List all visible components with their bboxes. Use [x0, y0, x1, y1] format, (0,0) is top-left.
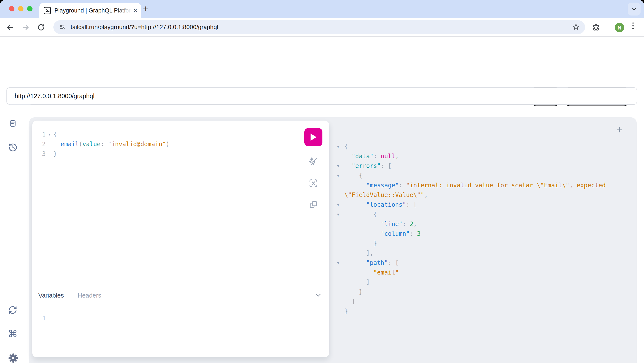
editor-line[interactable]: 2 email(value: "invalid@domain") — [39, 139, 329, 149]
copy-query-icon[interactable] — [308, 200, 318, 211]
prettify-icon[interactable] — [308, 156, 318, 168]
response-line: ], — [344, 248, 628, 258]
response-line: } — [344, 306, 628, 316]
fold-toggle-icon[interactable]: ▼ — [337, 258, 339, 268]
tab-strip: Playground | GraphQL Platform × + — [0, 0, 644, 18]
response-line: "data": null, — [344, 151, 628, 161]
browser-toolbar: tailcall.run/playground/?u=http://127.0.… — [0, 18, 644, 36]
fold-toggle-icon[interactable]: ▼ — [337, 142, 339, 152]
address-bar[interactable]: tailcall.run/playground/?u=http://127.0.… — [54, 20, 585, 34]
browser-window: Playground | GraphQL Platform × + tailca… — [0, 0, 644, 363]
response-line: } — [344, 287, 628, 297]
new-tab-icon[interactable]: + — [143, 4, 148, 14]
line-number: 3 — [39, 149, 46, 159]
tab-variables[interactable]: Variables — [38, 292, 64, 299]
response-line: ▼ "path": [ — [344, 258, 628, 268]
response-line: ] — [344, 277, 628, 287]
terminal-favicon-icon — [44, 7, 51, 14]
site-info-icon[interactable] — [58, 24, 66, 31]
endpoint-url-input[interactable] — [6, 88, 637, 105]
response-line: } — [344, 238, 628, 248]
fold-toggle-icon[interactable]: ▼ — [337, 210, 339, 220]
response-line: ▼ "errors": [ — [344, 161, 628, 171]
browser-tab[interactable]: Playground | GraphQL Platform × — [40, 3, 141, 18]
refresh-button[interactable] — [36, 23, 46, 32]
extensions-icon[interactable] — [592, 23, 600, 32]
traffic-light-minimize[interactable] — [18, 6, 24, 12]
line-number: 2 — [39, 139, 46, 149]
chevron-down-icon — [631, 6, 637, 12]
code-text: } — [54, 149, 57, 159]
response-line: "column": 3 — [344, 229, 628, 238]
url-text: tailcall.run/playground/?u=http://127.0.… — [70, 24, 572, 30]
fold-toggle-icon[interactable]: ▼ — [337, 171, 339, 181]
response-line: ▼ { — [344, 171, 628, 180]
site-header: tailcall Home Docs Blog Star 1109 — [0, 36, 644, 88]
browser-menu-icon[interactable] — [632, 22, 634, 29]
traffic-light-close[interactable] — [9, 6, 14, 12]
variables-section: Variables Headers 1 — [32, 284, 329, 358]
settings-gear-icon[interactable] — [8, 353, 18, 363]
merge-fragments-icon[interactable] — [308, 178, 318, 189]
play-icon — [310, 133, 317, 141]
fold-toggle-icon[interactable]: ▾ — [46, 130, 54, 139]
query-editor-card: 1▾{2 email(value: "invalid@domain")3} — [32, 120, 329, 358]
line-number: 1 — [39, 130, 46, 139]
response-line: "message": "internal: invalid value for … — [344, 180, 628, 200]
fold-toggle-icon[interactable]: ▼ — [337, 161, 339, 171]
bookmark-star-icon[interactable] — [572, 23, 580, 31]
code-text: { — [54, 130, 57, 139]
execute-query-button[interactable] — [304, 128, 322, 146]
query-editor[interactable]: 1▾{2 email(value: "invalid@domain")3} — [32, 120, 329, 284]
response-viewer[interactable]: ▼{ "data": null,▼ "errors": [▼ { "messag… — [344, 142, 628, 316]
fold-spacer — [46, 139, 54, 149]
tab-search-button[interactable] — [628, 2, 640, 16]
fold-toggle-icon[interactable]: ▼ — [337, 200, 339, 210]
editor-tabs: Variables Headers — [32, 284, 329, 299]
profile-avatar[interactable]: N — [615, 23, 624, 32]
back-button[interactable] — [6, 23, 15, 32]
tab-headers[interactable]: Headers — [78, 292, 102, 299]
response-line: ▼ { — [344, 210, 628, 219]
response-line: ▼ "locations": [ — [344, 200, 628, 210]
fold-spacer — [46, 149, 54, 159]
history-icon[interactable] — [8, 143, 18, 153]
tab-title: Playground | GraphQL Platform — [54, 7, 131, 14]
variables-line-number: 1 — [42, 315, 46, 322]
docs-icon[interactable] — [8, 119, 17, 129]
editor-line[interactable]: 3} — [39, 149, 329, 159]
keyboard-shortcuts-icon[interactable] — [8, 329, 17, 339]
response-line: "line": 2, — [344, 219, 628, 229]
response-line: ] — [344, 297, 628, 306]
add-tab-icon[interactable]: + — [616, 124, 622, 136]
collapse-panel-icon[interactable] — [315, 292, 322, 299]
response-line: ▼{ — [344, 142, 628, 151]
playground-panel: + 1▾{2 email(value: "invalid@domain")3} — [29, 117, 637, 363]
code-text: email(value: "invalid@domain") — [54, 139, 170, 149]
response-line: "email" — [344, 268, 628, 277]
editor-line[interactable]: 1▾{ — [39, 130, 329, 139]
editor-toolbar — [301, 128, 326, 211]
forward-button[interactable] — [21, 23, 30, 32]
traffic-light-zoom[interactable] — [27, 6, 32, 12]
tab-close-icon[interactable]: × — [133, 7, 138, 14]
refetch-schema-icon[interactable] — [8, 306, 17, 316]
